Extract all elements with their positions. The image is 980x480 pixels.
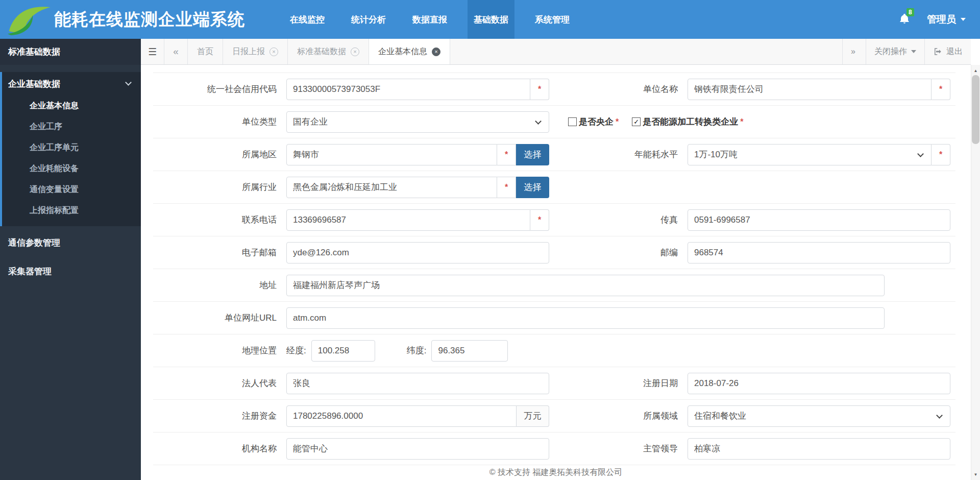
sidebar-item-enterprise-basic-info[interactable]: 企业基本信息 [2,95,141,116]
required-mark: * [616,117,619,127]
nav-online-monitoring[interactable]: 在线监控 [284,0,331,39]
tab-enterprise-basic-info[interactable]: 企业基本信息 × [369,39,450,64]
registered-capital-input[interactable] [286,405,517,427]
top-nav: 在线监控 统计分析 数据直报 基础数据 系统管理 [277,0,583,39]
field-label: 地址 [153,279,277,291]
industry-select-button[interactable]: 选择 [516,177,549,198]
sidebar-item-comm-variable-settings[interactable]: 通信变量设置 [2,179,141,200]
scroll-tabs-right-icon[interactable]: » [842,39,866,64]
checkbox-central-enterprise[interactable] [568,117,577,126]
registration-date-input[interactable] [688,373,950,394]
field-label: 联系电话 [153,214,277,226]
sidebar-group-label: 企业基础数据 [8,78,60,90]
sidebar-item-collector-management[interactable]: 采集器管理 [0,259,141,283]
credit-code-input[interactable] [286,79,530,100]
tab-close-icon[interactable]: × [432,47,440,56]
email-input[interactable] [286,242,549,263]
hamburger-menu-icon[interactable]: ☰ [141,39,164,64]
user-name: 管理员 [927,13,956,26]
sidebar-item-enterprise-process[interactable]: 企业工序 [2,116,141,137]
phone-input[interactable] [286,209,530,231]
field-label: 所属行业 [153,181,277,193]
caret-down-icon [961,18,966,21]
latitude-input[interactable] [431,340,508,362]
checkbox-label: 是否能源加工转换类企业 [643,116,738,128]
field-label: 单位名称 [568,83,678,95]
tab-close-icon[interactable]: × [270,47,278,56]
scroll-up-icon[interactable]: ▲ [971,66,980,75]
website-url-input[interactable] [286,307,885,329]
tab-label: 首页 [197,46,213,57]
sidebar-item-enterprise-basic-data[interactable]: 企业基础数据 [2,72,141,95]
tab-label: 企业基本信息 [378,46,427,57]
sidebar-item-comm-parameter-management[interactable]: 通信参数管理 [0,230,141,255]
address-input[interactable] [286,275,885,296]
nav-statistics[interactable]: 统计分析 [345,0,392,39]
field-label: 法人代表 [153,377,277,389]
leader-input[interactable] [688,438,950,460]
footer-text: © 技术支持 福建奥拓美科技有限公司 [141,465,971,479]
field-label: 邮编 [568,247,678,258]
select-value: 1万-10万吨 [694,149,738,160]
form-row: 联系电话 * 传真 [153,204,955,236]
tabbar-right-controls: » 关闭操作 退出 [842,39,971,64]
user-menu[interactable]: 管理员 [927,13,966,26]
field-label: 统一社会信用代码 [153,83,277,95]
tab-daily-report[interactable]: 日报上报 × [223,39,288,64]
unit-name-input[interactable] [688,79,932,100]
form-row: 地址 [153,269,955,302]
required-addon: * [932,144,950,165]
tab-label: 日报上报 [232,46,265,57]
scroll-tabs-left-icon[interactable]: « [164,39,188,64]
logout-icon [933,47,942,56]
form-row: 机构名称 主管领导 [153,433,955,465]
form-row: 注册资金 万元 所属领域 住宿和餐饮业 [153,400,955,433]
legal-representative-input[interactable] [286,373,549,394]
zip-input[interactable] [688,242,950,263]
required-mark: * [505,150,508,159]
fax-input[interactable] [688,209,950,231]
energy-level-select[interactable]: 1万-10万吨 [688,144,932,165]
nav-system-management[interactable]: 系统管理 [529,0,576,39]
enterprise-info-form: 统一社会信用代码 * 单位名称 * 单位类型 国有企业 [153,73,955,465]
industry-input[interactable] [286,177,497,198]
tab-close-icon[interactable]: × [351,47,359,56]
region-input[interactable] [286,144,497,165]
longitude-input[interactable] [311,340,375,362]
required-mark: * [939,85,942,94]
organization-name-input[interactable] [286,438,549,460]
nav-data-reporting[interactable]: 数据直报 [406,0,453,39]
sidebar-item-energy-equipment[interactable]: 企业耗能设备 [2,158,141,179]
latitude-label: 纬度: [407,345,427,356]
sidebar-item-report-indicator-config[interactable]: 上报指标配置 [2,200,141,221]
scrollbar-thumb[interactable] [972,75,979,144]
nav-basic-data[interactable]: 基础数据 [468,0,514,39]
field-label: 传真 [568,214,678,226]
field-label: 所属地区 [153,149,277,160]
central-enterprise-option[interactable]: 是否央企 * [568,116,619,128]
required-mark: * [740,117,743,127]
field-label: 单位类型 [153,116,277,128]
sidebar-section-title: 标准基础数据 [0,39,141,65]
energy-conversion-option[interactable]: ✓ 是否能源加工转换类企业 * [632,116,743,128]
field-label: 注册资金 [153,410,277,422]
checkbox-energy-conversion[interactable]: ✓ [632,117,641,126]
business-domain-select[interactable]: 住宿和餐饮业 [688,405,950,427]
required-mark: * [538,215,541,225]
scroll-down-icon[interactable]: ▼ [971,470,980,479]
region-select-button[interactable]: 选择 [516,144,549,165]
close-operations-menu[interactable]: 关闭操作 [866,39,924,64]
unit-type-select[interactable]: 国有企业 [286,111,549,133]
required-addon: * [932,79,950,100]
tab-standard-basic-data[interactable]: 标准基础数据 × [288,39,369,64]
sidebar-item-enterprise-process-unit[interactable]: 企业工序单元 [2,137,141,158]
required-mark: * [505,183,508,192]
logout-label: 退出 [946,46,963,57]
sidebar: 标准基础数据 企业基础数据 企业基本信息 企业工序 企业工序单元 企业耗能设备 … [0,39,141,480]
tab-home[interactable]: 首页 [188,39,223,64]
form-row: 所属行业 * 选择 [153,171,955,204]
vertical-scrollbar[interactable]: ▲ ▼ [971,65,980,480]
form-row: 地理位置 经度: 纬度: [153,334,955,367]
logout-button[interactable]: 退出 [924,39,971,64]
notifications-button[interactable]: 8 [898,13,912,26]
